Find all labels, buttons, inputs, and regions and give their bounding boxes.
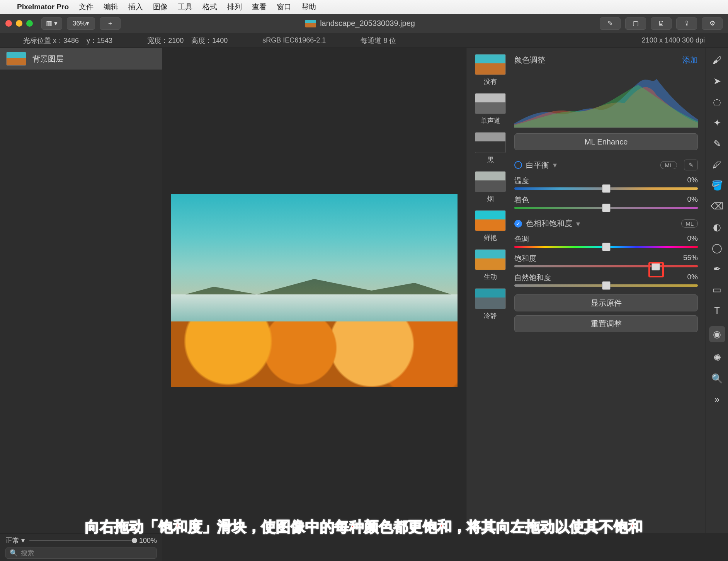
slider-label: 饱和度 xyxy=(514,253,536,264)
tool-strip: 🖌 ➤ ◌ ✦ ✎ 🖊 🪣 ⌫ ◐ ◯ ✒ ▭ T ◉ ✺ 🔍 » xyxy=(706,48,728,533)
crop-tool-button[interactable]: ▢ xyxy=(625,17,646,30)
document-title: landscape_205330039.jpeg xyxy=(125,19,595,28)
image-size: 宽度：2100 高度：1400 xyxy=(147,36,228,45)
draw-tool-button[interactable]: ✎ xyxy=(600,17,621,30)
layers-footer: 正常 ▾ 100% 🔍 搜索 xyxy=(0,533,162,561)
tint-slider[interactable]: 着色0% xyxy=(514,195,698,209)
section-title: 色相和饱和度 xyxy=(526,218,572,229)
hue-saturation-section[interactable]: ✓ 色相和饱和度▾ ML xyxy=(514,218,698,229)
opacity-slider[interactable] xyxy=(29,540,134,541)
blend-mode-dropdown[interactable]: 正常 ▾ xyxy=(5,536,25,545)
menu-file[interactable]: 文件 xyxy=(79,2,94,12)
show-original-button[interactable]: 显示原件 xyxy=(514,294,698,311)
slider-thumb[interactable] xyxy=(132,538,137,543)
window-controls xyxy=(5,20,33,27)
vibrance-slider[interactable]: 自然饱和度0% xyxy=(514,273,698,287)
slider-label: 着色 xyxy=(514,195,529,205)
share-button[interactable]: ⇪ xyxy=(676,17,697,30)
brush-tool-icon[interactable]: 🖊 xyxy=(713,159,722,170)
add-adjustment-button[interactable]: 添加 xyxy=(682,55,698,65)
layer-row[interactable]: 背景图层 xyxy=(0,48,162,70)
zoom-tool-icon[interactable]: 🔍 xyxy=(711,373,723,384)
page-button[interactable]: 🗎 xyxy=(651,17,672,30)
shape-ellipse-icon[interactable]: ◯ xyxy=(712,243,722,253)
inspector-panel: 没有 单声道 黑 烟 鲜艳 生动 冷静 颜色调整 添加 ML Enhance xyxy=(466,48,706,533)
panel-title: 颜色调整 xyxy=(514,55,545,65)
reset-adjustments-button[interactable]: 重置调整 xyxy=(514,315,698,332)
arrow-tool-icon[interactable]: ➤ xyxy=(713,76,721,87)
preset-mono[interactable]: 单声道 xyxy=(472,93,509,125)
temperature-slider[interactable]: 温度0% xyxy=(514,176,698,190)
minimize-window-icon[interactable] xyxy=(16,20,22,27)
preset-label: 烟 xyxy=(487,195,494,202)
white-balance-section[interactable]: 白平衡▾ ML ✎ xyxy=(514,160,698,170)
slider-thumb[interactable] xyxy=(602,204,611,212)
canvas-image xyxy=(171,194,458,387)
menu-format[interactable]: 格式 xyxy=(202,2,217,12)
controls-column: 颜色调整 添加 ML Enhance 白平衡▾ ML ✎ 温度0% xyxy=(509,48,706,533)
preset-live[interactable]: 生动 xyxy=(472,249,509,281)
eyedropper-tool-icon[interactable]: ✎ xyxy=(713,138,721,149)
saturation-slider[interactable]: 饱和度55% xyxy=(514,253,698,267)
macos-menubar: Pixelmator Pro 文件 编辑 插入 图像 工具 格式 排列 查看 窗… xyxy=(0,0,728,14)
canvas[interactable] xyxy=(162,48,466,533)
layer-search-input[interactable]: 🔍 搜索 xyxy=(5,547,157,559)
document-thumb-icon xyxy=(305,20,316,27)
menu-image[interactable]: 图像 xyxy=(153,2,168,12)
app-name[interactable]: Pixelmator Pro xyxy=(17,3,69,11)
layers-panel: 背景图层 xyxy=(0,48,162,533)
preset-vivid[interactable]: 鲜艳 xyxy=(472,210,509,242)
ml-pill[interactable]: ML xyxy=(660,161,677,169)
section-toggle-icon[interactable] xyxy=(514,161,522,169)
slider-label: 色调 xyxy=(514,234,529,244)
more-tools-icon[interactable]: » xyxy=(714,394,719,405)
menu-window[interactable]: 窗口 xyxy=(277,2,291,12)
preset-cool[interactable]: 冷静 xyxy=(472,288,509,320)
ml-pill[interactable]: ML xyxy=(681,219,698,228)
menu-arrange[interactable]: 排列 xyxy=(227,2,242,12)
highlight-box-icon xyxy=(648,262,664,277)
fullscreen-window-icon[interactable] xyxy=(26,20,33,27)
eyedropper-icon[interactable]: ✎ xyxy=(684,160,698,170)
close-window-icon[interactable] xyxy=(5,20,12,27)
sidebar-toggle-button[interactable]: ▥ ▾ xyxy=(41,17,62,30)
style-tool-icon[interactable]: 🖌 xyxy=(713,55,722,66)
info-strip: 光标位置 x：3486 y：1543 宽度：2100 高度：1400 sRGB … xyxy=(0,33,728,48)
slider-thumb[interactable] xyxy=(602,243,611,251)
lasso-tool-icon[interactable]: ✦ xyxy=(713,117,721,128)
ml-enhance-button[interactable]: ML Enhance xyxy=(514,133,698,150)
preset-list: 没有 单声道 黑 烟 鲜艳 生动 冷静 xyxy=(466,48,509,533)
slider-thumb[interactable] xyxy=(602,281,611,290)
color-adjust-tool-icon[interactable]: ◉ xyxy=(709,326,725,342)
preset-none[interactable]: 没有 xyxy=(472,54,509,86)
preset-smoke[interactable]: 烟 xyxy=(472,171,509,203)
text-tool-icon[interactable]: T xyxy=(714,305,720,316)
smudge-tool-icon[interactable]: ◐ xyxy=(713,222,721,233)
pen-tool-icon[interactable]: ✒ xyxy=(713,264,721,274)
slider-value: 0% xyxy=(687,176,698,186)
shape-rect-icon[interactable]: ▭ xyxy=(713,284,721,295)
section-enabled-icon[interactable]: ✓ xyxy=(514,220,522,228)
preset-black[interactable]: 黑 xyxy=(472,132,509,164)
slider-thumb[interactable] xyxy=(602,184,611,193)
fill-tool-icon[interactable]: 🪣 xyxy=(711,180,723,191)
slider-value: 0% xyxy=(687,195,698,205)
eraser-tool-icon[interactable]: ⌫ xyxy=(711,201,724,212)
menu-edit[interactable]: 编辑 xyxy=(104,2,118,12)
effects-tool-icon[interactable]: ✺ xyxy=(713,352,721,363)
add-button[interactable]: + xyxy=(100,17,121,30)
marquee-tool-icon[interactable]: ◌ xyxy=(713,97,721,107)
menu-tools[interactable]: 工具 xyxy=(178,2,192,12)
menu-view[interactable]: 查看 xyxy=(252,2,267,12)
window-toolbar: ▥ ▾ 36% ▾ + landscape_205330039.jpeg ✎ ▢… xyxy=(0,14,728,33)
adjustments-button[interactable]: ⚙ xyxy=(702,17,723,30)
cursor-position: 光标位置 x：3486 y：1543 xyxy=(23,36,112,45)
menu-insert[interactable]: 插入 xyxy=(128,2,143,12)
zoom-dropdown[interactable]: 36% ▾ xyxy=(67,17,95,30)
preset-label: 冷静 xyxy=(484,312,497,320)
menu-help[interactable]: 帮助 xyxy=(301,2,316,12)
hue-slider[interactable]: 色调0% xyxy=(514,234,698,248)
layer-name: 背景图层 xyxy=(32,54,63,64)
color-profile: sRGB IEC61966-2.1 xyxy=(262,36,326,44)
section-title: 白平衡 xyxy=(526,160,549,170)
